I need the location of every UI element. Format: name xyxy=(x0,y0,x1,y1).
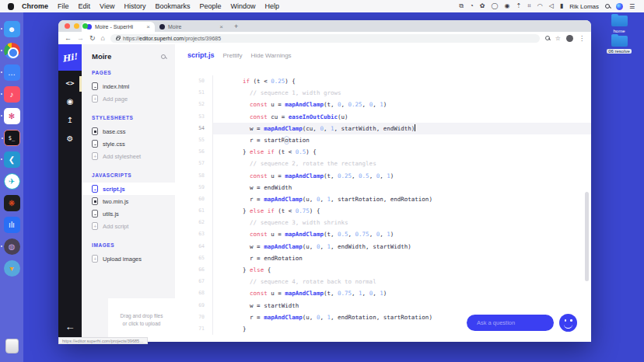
folder-label[interactable]: home xyxy=(613,29,625,33)
home-button[interactable]: ⌂ xyxy=(101,35,105,42)
dock-item-finder[interactable]: ☻ xyxy=(4,21,20,37)
add-item-button[interactable]: Upload images xyxy=(92,252,175,265)
menu-item[interactable]: Bookmarks xyxy=(155,2,190,10)
code-text[interactable]: } else if (t < 0.5) { xyxy=(212,146,591,158)
code-text[interactable]: const cu = easeInOutCubic(u) xyxy=(212,111,591,123)
file-item[interactable]: utils.js xyxy=(92,207,175,220)
dock-item-slack[interactable]: ✻ xyxy=(4,108,20,124)
dock-item-messages[interactable]: … xyxy=(4,64,20,81)
help-smiley-button[interactable] xyxy=(559,314,577,332)
file-item[interactable]: script.js xyxy=(82,183,175,195)
close-window-button[interactable] xyxy=(65,23,70,29)
rail-item-preview-view[interactable]: ◉ xyxy=(58,97,82,106)
code-line[interactable]: 56 } else if (t < 0.5) { xyxy=(175,146,591,158)
file-item[interactable]: two.min.js xyxy=(92,195,175,207)
zoom-page-icon[interactable] xyxy=(545,36,550,40)
code-text[interactable]: r = endRotation xyxy=(212,252,591,264)
reload-button[interactable]: ↻ xyxy=(89,35,96,42)
dock-item-chrome[interactable] xyxy=(4,43,20,59)
new-tab-button[interactable]: + xyxy=(234,23,238,32)
scrollbar-thumb[interactable] xyxy=(585,192,589,281)
code-line[interactable]: 54 w = mapAndClamp(cu, 0, 1, startWidth,… xyxy=(175,123,591,134)
code-line[interactable]: 50 if (t < 0.25) { xyxy=(175,75,591,87)
code-line[interactable]: 67 // sequence 4, rotate back to normal xyxy=(175,276,591,287)
bookmark-star-icon[interactable]: ☆ xyxy=(555,35,561,42)
menu-item[interactable]: File xyxy=(58,2,69,10)
grammarly-icon[interactable]: ✿ xyxy=(480,2,485,10)
tab-close-icon[interactable]: × xyxy=(219,23,223,30)
code-text[interactable]: r = mapAndClamp(u, 0, 1, startRotation, … xyxy=(212,193,591,205)
add-item-button[interactable]: Add script xyxy=(92,220,175,232)
code-text[interactable]: const u = mapAndClamp(t, 0.75, 1, 0, 1) xyxy=(212,287,591,299)
code-line[interactable]: 64 w = mapAndClamp(u, 0, 1, endWidth, st… xyxy=(175,241,591,252)
menu-item[interactable]: Chrome xyxy=(22,2,48,10)
code-line[interactable]: 58 const u = mapAndClamp(t, 0.25, 0.5, 0… xyxy=(175,170,591,182)
menu-item[interactable]: People xyxy=(199,2,221,10)
file-item[interactable]: base.css xyxy=(92,125,175,137)
menu-item[interactable]: Help xyxy=(264,2,279,10)
browser-tab[interactable]: Moire - SuperHi× xyxy=(82,22,155,32)
code-line[interactable]: 65 r = endRotation xyxy=(175,252,591,264)
dock-item-music[interactable]: ♪ xyxy=(4,86,20,103)
code-text[interactable]: if (t < 0.25) { xyxy=(212,75,591,87)
superhi-logo[interactable]: Hi! xyxy=(58,44,82,71)
code-text[interactable]: // sequence 3, width shrinks xyxy=(212,217,591,228)
code-line[interactable]: 55 r = startRotation xyxy=(175,134,591,146)
dock-item-code-app[interactable]: ❮ xyxy=(4,151,20,168)
code-line[interactable]: 62 // sequence 3, width shrinks xyxy=(175,217,591,228)
code-line[interactable]: 69 w = startWidth xyxy=(175,300,591,312)
code-text[interactable]: // sequence 2, rotate the rectangles xyxy=(212,158,591,169)
search-icon[interactable] xyxy=(161,54,166,59)
back-button[interactable]: ← xyxy=(58,321,82,332)
prettify-button[interactable]: Prettify xyxy=(223,52,243,59)
code-line[interactable]: 61 } else if (t < 0.75) { xyxy=(175,205,591,217)
code-line[interactable]: 60 r = mapAndClamp(u, 0, 1, startRotatio… xyxy=(175,193,591,205)
rail-item-settings-view[interactable]: ⚙ xyxy=(58,134,82,143)
dock-item-figma[interactable]: ❋ xyxy=(4,195,20,211)
code-text[interactable]: } else if (t < 0.75) { xyxy=(212,205,591,217)
code-text[interactable]: // sequence 1, width grows xyxy=(212,87,591,99)
dock-item-trash[interactable] xyxy=(4,338,20,354)
notification-center-icon[interactable]: ☰ xyxy=(629,3,636,10)
code-text[interactable]: w = mapAndClamp(cu, 0, 1, startWidth, en… xyxy=(212,123,591,134)
code-text[interactable]: // sequence 4, rotate back to normal xyxy=(212,276,591,287)
user-name[interactable]: Rik Lomas xyxy=(569,3,599,10)
battery-icon[interactable]: ▮ xyxy=(560,2,563,10)
dock-item-sphere-app[interactable]: ◍ xyxy=(4,238,20,255)
apple-menu-icon[interactable] xyxy=(8,3,14,10)
dock-item-intercom[interactable]: ılı xyxy=(4,217,20,233)
app-status-icon[interactable]: ◯ xyxy=(492,2,499,10)
file-item[interactable]: index.html xyxy=(92,80,175,92)
code-line[interactable]: 66 } else { xyxy=(175,264,591,276)
zoom-window-button[interactable] xyxy=(82,23,88,29)
siri-icon[interactable] xyxy=(616,3,623,10)
profile-avatar[interactable] xyxy=(566,35,573,42)
screen-mirroring-icon[interactable]: ⧉ xyxy=(459,2,464,10)
code-line[interactable]: 52 const u = mapAndClamp(t, 0, 0.25, 0, … xyxy=(175,99,591,110)
record-icon[interactable]: ◉ xyxy=(504,2,509,10)
rail-item-code-editor-view[interactable]: <> xyxy=(58,79,82,87)
dock-item-airmail[interactable]: ✈ xyxy=(4,173,20,190)
folder-icon[interactable] xyxy=(611,16,628,26)
file-item[interactable]: style.css xyxy=(92,137,175,150)
minimize-window-button[interactable] xyxy=(74,23,79,29)
code-text[interactable]: w = endWidth xyxy=(212,182,591,193)
display-icon[interactable]: ⌗ xyxy=(527,2,531,10)
add-item-button[interactable]: Add page xyxy=(92,92,175,105)
upload-dropzone[interactable]: Drag and drop files or click to upload xyxy=(108,298,175,342)
menu-item[interactable]: History xyxy=(124,2,145,10)
code-text[interactable]: const u = mapAndClamp(t, 0.25, 0.5, 0, 1… xyxy=(212,170,591,182)
forward-nav-button[interactable]: → xyxy=(77,35,84,42)
volume-icon[interactable]: ◁ xyxy=(549,2,554,10)
code-text[interactable]: } else { xyxy=(212,264,591,276)
folder-icon[interactable] xyxy=(611,36,628,47)
address-bar[interactable]: https://editor.superhi.com/projects/3968… xyxy=(110,34,540,43)
code-text[interactable]: w = startWidth xyxy=(212,300,591,312)
time-machine-icon[interactable]: ◔ xyxy=(470,2,474,10)
code-line[interactable]: 51 // sequence 1, width grows xyxy=(175,87,591,99)
menu-item[interactable]: Edit xyxy=(79,2,91,10)
ask-question-button[interactable]: Ask a question xyxy=(467,315,554,331)
code-line[interactable]: 59 w = endWidth xyxy=(175,182,591,193)
code-line[interactable]: 63 const u = mapAndClamp(t, 0.5, 0.75, 0… xyxy=(175,228,591,240)
url-text[interactable]: https://editor.superhi.com/projects/3968… xyxy=(123,36,221,41)
